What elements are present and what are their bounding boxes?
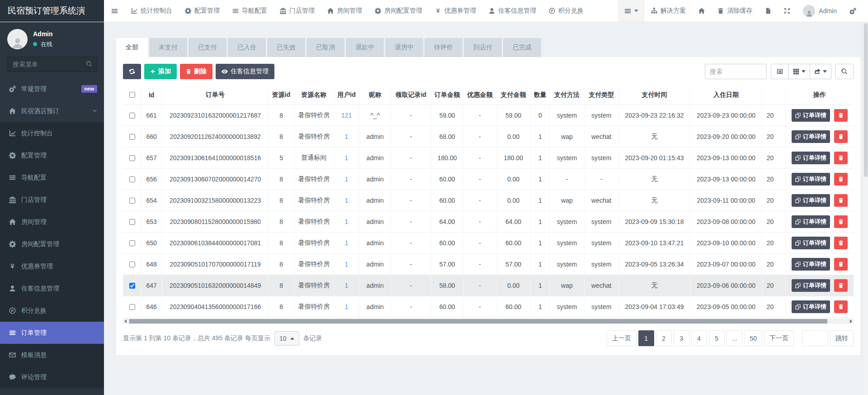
page-button[interactable]: 3	[674, 330, 689, 346]
horizontal-scrollbar[interactable]	[123, 319, 854, 324]
order-detail-button[interactable]: 订单详情	[792, 173, 830, 186]
user-id-link[interactable]: 1	[345, 133, 349, 140]
page-button[interactable]: 4	[691, 330, 707, 346]
page-button[interactable]: 50	[744, 330, 762, 346]
user-id-link[interactable]: 1	[345, 197, 349, 204]
sidebar-menu-item[interactable]: 房间配置管理	[0, 233, 104, 255]
topnav-item[interactable]: 房间管理	[321, 0, 368, 22]
vertical-scrollbar[interactable]	[863, 22, 868, 395]
order-status-tab[interactable]: 已失效	[267, 38, 305, 57]
guest-info-button[interactable]: 住客信息管理	[216, 64, 274, 79]
row-checkbox[interactable]	[129, 304, 135, 310]
order-status-tab[interactable]: 未支付	[149, 38, 187, 57]
topnav-item[interactable]: 住客信息管理	[482, 0, 542, 22]
sidebar-menu-item[interactable]: 评论管理	[0, 366, 104, 388]
row-checkbox[interactable]	[129, 262, 135, 267]
user-id-link[interactable]: 1	[345, 261, 349, 268]
order-status-tab[interactable]: 退款中	[346, 38, 384, 57]
page-button[interactable]: 1	[638, 330, 654, 346]
page-button[interactable]: 2	[656, 330, 672, 346]
order-detail-button[interactable]: 订单详情	[792, 279, 830, 292]
topnav-item[interactable]: 积分兑换	[542, 0, 590, 22]
page-size-select[interactable]: 10	[274, 331, 299, 346]
sidebar-menu-item[interactable]: 订单管理	[0, 322, 104, 344]
sidebar-menu-item[interactable]: 房间管理	[0, 211, 104, 233]
table-search-input[interactable]	[705, 64, 767, 79]
col-coupon-record-id[interactable]: 领取记录id	[391, 85, 431, 105]
sidebar-item-hotel-booking[interactable]: 民宿酒店预订	[0, 100, 104, 122]
settings-button[interactable]	[843, 0, 863, 22]
refresh-button[interactable]	[123, 64, 141, 79]
delete-row-button[interactable]	[834, 173, 848, 186]
row-checkbox[interactable]	[129, 176, 135, 182]
select-all-checkbox[interactable]	[129, 92, 135, 98]
col-discount-amount[interactable]: 优惠金额	[463, 85, 496, 105]
add-button[interactable]: 添加	[144, 64, 177, 79]
row-checkbox[interactable]	[129, 155, 135, 161]
jump-page-input[interactable]	[802, 330, 828, 346]
row-checkbox[interactable]	[129, 198, 135, 204]
order-detail-button[interactable]: 订单详情	[792, 130, 830, 143]
order-detail-button[interactable]: 订单详情	[792, 215, 830, 228]
order-status-tab[interactable]: 已完成	[503, 38, 541, 57]
order-status-tab[interactable]: 已支付	[189, 38, 226, 57]
user-menu[interactable]: Admin	[797, 0, 843, 22]
sidebar-menu-item[interactable]: 模板消息	[0, 344, 104, 366]
home-link[interactable]	[692, 0, 711, 22]
sidebar-toggle-button[interactable]	[104, 0, 125, 22]
delete-button[interactable]: 删除	[180, 64, 212, 79]
scrollbar-thumb[interactable]	[864, 23, 868, 177]
delete-row-button[interactable]	[834, 194, 848, 207]
fullscreen-button[interactable]	[778, 0, 797, 22]
col-pay-type[interactable]: 支付类型	[584, 85, 618, 105]
delete-row-button[interactable]	[834, 109, 848, 122]
col-pay-method[interactable]: 支付方法	[550, 85, 584, 105]
order-status-tab[interactable]: 退房中	[385, 38, 423, 57]
toggle-view-button[interactable]	[771, 64, 789, 79]
col-order-no[interactable]: 订单号	[162, 85, 269, 105]
scrollbar-thumb[interactable]	[129, 319, 827, 324]
clear-cache-link[interactable]: 清除缓存	[711, 0, 759, 22]
solution-link[interactable]: 解决方案	[645, 0, 692, 22]
row-checkbox[interactable]	[129, 134, 135, 140]
order-detail-button[interactable]: 订单详情	[792, 194, 830, 207]
topnav-item[interactable]: 配置管理	[179, 0, 226, 22]
col-nickname[interactable]: 昵称	[359, 85, 391, 105]
user-id-link[interactable]: 1	[345, 176, 349, 183]
sidebar-menu-item[interactable]: 配置管理	[0, 144, 104, 167]
prev-page-button[interactable]: 上一页	[607, 330, 637, 346]
sidebar-menu-item[interactable]: 统计控制台	[0, 122, 104, 144]
order-status-tab[interactable]: 全部	[116, 38, 148, 57]
delete-row-button[interactable]	[834, 152, 848, 164]
user-id-link[interactable]: 1	[345, 154, 349, 162]
delete-row-button[interactable]	[834, 215, 848, 228]
sidebar-menu-item[interactable]: 导航配置	[0, 167, 104, 189]
advanced-search-button[interactable]	[835, 64, 854, 79]
order-detail-button[interactable]: 订单详情	[792, 300, 830, 313]
delete-row-button[interactable]	[834, 237, 848, 249]
user-id-link[interactable]: 1	[345, 303, 349, 310]
page-button[interactable]: 5	[709, 330, 725, 346]
language-file-button[interactable]	[759, 0, 778, 22]
order-status-tab[interactable]: 已取消	[307, 38, 344, 57]
order-detail-button[interactable]: 订单详情	[792, 109, 830, 122]
sidebar-menu-item[interactable]: 优惠券管理	[0, 255, 104, 277]
order-detail-button[interactable]: 订单详情	[792, 237, 830, 249]
row-checkbox[interactable]	[129, 283, 135, 289]
scroll-right-arrow-icon[interactable]	[850, 319, 852, 323]
order-status-tab[interactable]: 待评价	[425, 38, 462, 57]
col-resource-name[interactable]: 资源名称	[294, 85, 334, 105]
sidebar-search-input[interactable]	[7, 57, 97, 72]
jump-button[interactable]: 跳转	[830, 330, 854, 346]
order-detail-button[interactable]: 订单详情	[792, 258, 830, 271]
delete-row-button[interactable]	[834, 279, 848, 292]
sidebar-menu-item[interactable]: 积分兑换	[0, 300, 104, 322]
export-button[interactable]	[810, 64, 831, 79]
order-status-tab[interactable]: 到店付	[464, 38, 502, 57]
col-checkin-date[interactable]: 入住日期	[690, 85, 762, 105]
order-detail-button[interactable]: 订单详情	[792, 152, 830, 164]
row-checkbox[interactable]	[129, 113, 135, 119]
user-id-link[interactable]: 121	[341, 112, 352, 119]
topnav-item[interactable]: 优惠券管理	[429, 0, 482, 22]
row-checkbox[interactable]	[129, 219, 135, 225]
